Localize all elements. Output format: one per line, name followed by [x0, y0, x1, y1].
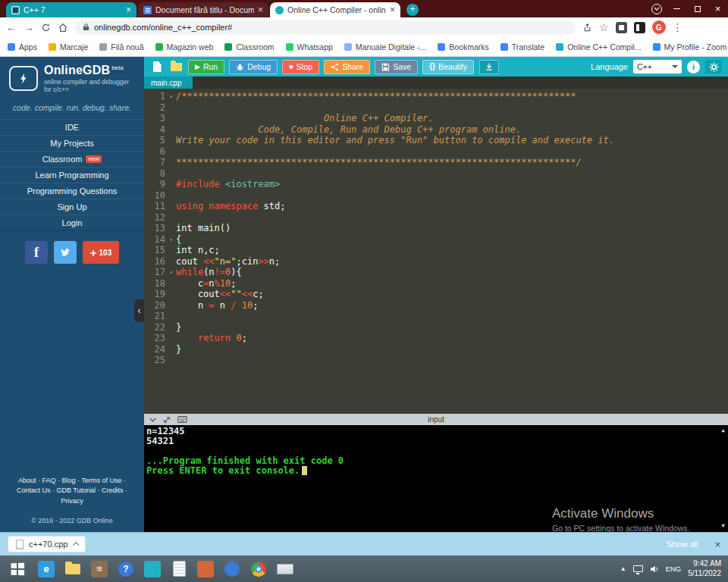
line-number: 20: [144, 300, 173, 311]
footer-link-about[interactable]: About: [18, 477, 36, 484]
forward-icon[interactable]: →: [24, 21, 34, 33]
save-button[interactable]: Save: [375, 60, 418, 74]
taskbar-icon-file-cabinet[interactable]: ≡: [88, 558, 111, 580]
taskbar-icon-touch-keyboard[interactable]: [274, 558, 297, 580]
sidebar-item-learn-programming[interactable]: Learn Programming: [0, 167, 144, 183]
bookmark-item-whatsapp[interactable]: Whatsapp: [286, 42, 333, 52]
bookmark-item-classroom[interactable]: Classroom: [224, 42, 274, 52]
language-select[interactable]: C++: [633, 60, 682, 74]
address-bar[interactable]: onlinegdb.com/online_c++_compiler#: [75, 20, 576, 35]
twitter-button[interactable]: [54, 241, 77, 264]
taskbar-icon-store[interactable]: [141, 558, 164, 580]
taskbar-icon-help[interactable]: ?: [115, 558, 137, 580]
bookmark-item-apps[interactable]: Apps: [8, 42, 37, 52]
maximize-button[interactable]: [687, 0, 708, 17]
sidebar-item-sign-up[interactable]: Sign Up: [0, 199, 144, 215]
share-count-button[interactable]: +103: [83, 241, 119, 264]
bookmark-item-bookmarks[interactable]: Bookmarks: [438, 42, 489, 52]
back-icon[interactable]: ←: [6, 21, 17, 33]
tab-close-icon[interactable]: ×: [258, 5, 263, 14]
windows-logo-icon: [11, 562, 24, 574]
editor-tab-main-cpp[interactable]: main.cpp: [144, 77, 193, 89]
volume-icon[interactable]: [650, 562, 659, 576]
bookmark-item-fil-nou[interactable]: Filă nouă: [99, 42, 143, 52]
fold-arrow-icon[interactable]: ▾: [169, 268, 173, 279]
bookmark-item-marcaje[interactable]: Marcaje: [49, 42, 88, 52]
browser-tab-online-c-compiler-online-ed[interactable]: Online C++ Compiler - online ed×: [270, 2, 400, 17]
sidebar-item-login[interactable]: Login: [0, 214, 144, 231]
settings-gear-button[interactable]: [705, 60, 722, 74]
footer-link-credits[interactable]: Credits: [102, 487, 124, 494]
share-button[interactable]: Share: [324, 60, 370, 74]
close-window-button[interactable]: ×: [708, 0, 728, 17]
sidebar-item-ide[interactable]: IDE: [0, 119, 144, 136]
footer-link-faq[interactable]: FAQ: [42, 477, 56, 484]
scroll-down-icon[interactable]: ▼: [721, 521, 724, 531]
footer-link-blog[interactable]: Blog: [62, 477, 76, 484]
sidebar-item-classroom[interactable]: Classroomnew: [0, 151, 144, 167]
hidden-icons-arrow[interactable]: ▲: [620, 565, 626, 572]
bookmark-item-translate[interactable]: Translate: [500, 42, 544, 52]
console-scrollbar[interactable]: ▲▼: [719, 426, 727, 531]
sidebar-item-my-projects[interactable]: My Projects: [0, 135, 144, 152]
bookmark-item-online-c-compil[interactable]: Online C++ Compil...: [556, 42, 641, 52]
footer-link-terms-of-use[interactable]: Terms of Use: [81, 477, 121, 484]
fold-arrow-icon[interactable]: ▾: [169, 92, 173, 103]
footer-link-contact-us[interactable]: Contact Us: [17, 487, 51, 494]
resize-console-icon[interactable]: [163, 416, 171, 424]
tab-close-icon[interactable]: ×: [390, 5, 395, 14]
bookmark-item-manuale-digitale[interactable]: Manuale Digitale -...: [344, 42, 426, 52]
browser-tab-c-7[interactable]: C++ 7×: [6, 2, 136, 17]
tab-close-icon[interactable]: ×: [126, 5, 131, 14]
download-item[interactable]: c++70.cpp: [8, 536, 86, 552]
sidebar-item-programming-questions[interactable]: Programming Questions: [0, 183, 144, 199]
scroll-up-icon[interactable]: ▲: [721, 426, 724, 436]
browser-tab-document-f-r-titlu-documente[interactable]: Document fără titlu - Documente×: [138, 2, 268, 17]
taskbar-icon-web-browser[interactable]: [221, 558, 243, 580]
show-all-button[interactable]: Show all: [667, 540, 698, 549]
keyboard-icon[interactable]: [177, 416, 187, 423]
beautify-button[interactable]: {}Beautify: [422, 60, 474, 74]
stop-button[interactable]: ■Stop: [282, 60, 319, 74]
share-page-icon[interactable]: [582, 23, 592, 33]
taskbar-icon-internet-explorer[interactable]: e: [35, 558, 58, 580]
info-button[interactable]: i: [687, 61, 700, 74]
input-language[interactable]: ENG: [666, 565, 682, 573]
download-code-button[interactable]: [479, 60, 499, 74]
footer-link-privacy[interactable]: Privacy: [61, 497, 83, 505]
home-icon[interactable]: [58, 23, 68, 33]
new-tab-button[interactable]: +: [406, 4, 419, 16]
bookmark-label: Filă nouă: [111, 42, 143, 52]
footer-link-gdb-tutorial[interactable]: GDB Tutorial: [56, 487, 96, 494]
code-area[interactable]: /***************************************…: [173, 89, 728, 414]
code-editor[interactable]: 1▾234567891011121314▾151617▾181920212223…: [144, 89, 728, 414]
taskbar-icon-file-explorer[interactable]: [61, 558, 84, 580]
fold-arrow-icon[interactable]: ▾: [169, 235, 173, 246]
browser-profile-chevron-ic[interactable]: [646, 0, 667, 17]
taskbar-icon-notepad[interactable]: [168, 558, 190, 580]
sidebar-collapse-handle[interactable]: ‹: [134, 299, 144, 322]
refresh-icon[interactable]: [41, 23, 51, 33]
facebook-button[interactable]: f: [25, 241, 48, 264]
taskbar-icon-paint[interactable]: [194, 558, 217, 580]
collapse-console-icon[interactable]: [149, 418, 156, 422]
taskbar-clock[interactable]: 9:42 AM 5/11/2022: [688, 559, 721, 578]
brand[interactable]: OnlineGDBbeta online compiler and debugg…: [0, 57, 144, 97]
network-icon[interactable]: [633, 565, 643, 572]
bookmark-item-magazin-web[interactable]: Magazin web: [155, 42, 214, 52]
profile-avatar[interactable]: G: [652, 20, 666, 34]
close-downloads-bar-icon[interactable]: ×: [714, 539, 720, 550]
minimize-button[interactable]: [667, 0, 687, 17]
new-file-icon[interactable]: [150, 61, 164, 72]
debug-button[interactable]: Debug: [229, 60, 278, 74]
taskbar-icon-chrome[interactable]: [247, 558, 270, 580]
side-panel-icon[interactable]: [634, 22, 645, 33]
chevron-up-icon[interactable]: [74, 542, 80, 548]
open-file-icon[interactable]: [169, 63, 183, 71]
bookmark-star-icon[interactable]: ☆: [599, 21, 609, 33]
menu-dots-icon[interactable]: ⋮: [673, 21, 683, 33]
run-button[interactable]: ▶Run: [188, 60, 224, 74]
start-button[interactable]: [4, 555, 31, 582]
bookmark-item-my-profile-zoom[interactable]: My Profile - Zoom: [653, 42, 727, 52]
extensions-icon[interactable]: [616, 22, 627, 33]
